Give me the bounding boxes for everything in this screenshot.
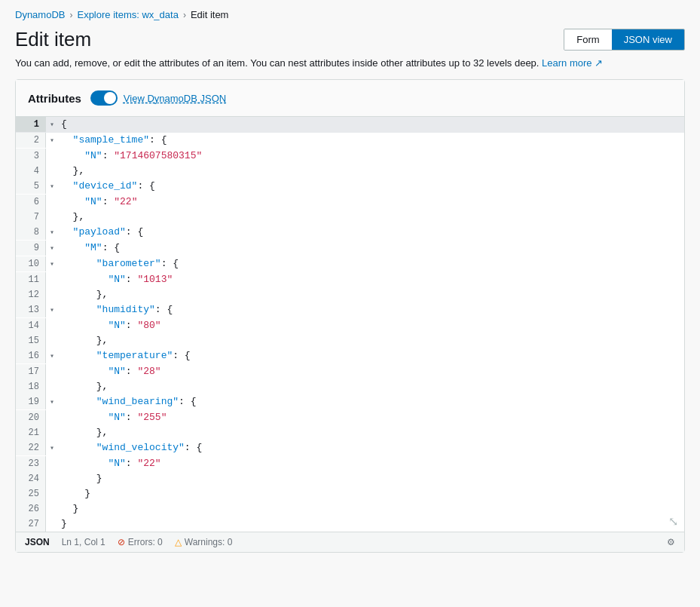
page-description: You can add, remove, or edit the attribu… [0,57,700,79]
code-line-13: 13 ▾ "humidity": { [16,302,684,318]
fold-btn-27 [46,517,58,517]
fold-btn-26 [46,501,58,502]
line-num-24: 24 [16,471,46,486]
fold-btn-9[interactable]: ▾ [46,241,58,256]
status-bar: JSON Ln 1, Col 1 ⊘ Errors: 0 △ Warnings:… [16,532,684,552]
view-toggle: Form JSON view [564,29,685,51]
page-header: Edit item Form JSON view [0,25,700,57]
fold-btn-8[interactable]: ▾ [46,225,58,241]
code-line-9: 9 ▾ "M": { [16,241,684,256]
code-editor[interactable]: 1 ▾ { 2 ▾ "sample_time": { 3 "N": "17146… [16,117,684,532]
line-content-10: "barometer": { [58,256,179,271]
line-num-8: 8 [16,225,46,240]
fold-btn-10[interactable]: ▾ [46,256,58,272]
fold-btn-13[interactable]: ▾ [46,302,58,318]
fold-btn-5[interactable]: ▾ [46,179,58,195]
breadcrumb-dynamodb[interactable]: DynamoDB [15,9,65,20]
code-line-1: 1 ▾ { [16,117,684,133]
code-line-7: 7 }, [16,210,684,225]
code-line-17: 17 "N": "28" [16,364,684,379]
line-content-9: "M": { [58,241,120,256]
line-content-27: } [58,517,67,532]
attributes-title: Attributes [28,92,81,105]
code-line-19: 19 ▾ "wind_bearing": { [16,394,684,410]
line-content-2: "sample_time": { [58,133,167,148]
fold-btn-23 [46,456,58,457]
line-num-2: 2 [16,133,46,148]
line-content-14: "N": "80" [58,318,161,333]
code-line-18: 18 }, [16,379,684,394]
line-content-7: }, [58,210,84,225]
line-num-10: 10 [16,256,46,271]
fold-btn-20 [46,410,58,411]
line-content-26: } [58,501,78,517]
line-content-16: "temperature": { [58,348,191,363]
line-num-27: 27 [16,517,46,532]
editor-mode: JSON [25,537,50,547]
warnings-text: Warnings: 0 [185,537,233,547]
code-line-24: 24 } [16,471,684,486]
line-num-6: 6 [16,195,46,210]
resize-handle[interactable]: ⤡ [668,514,678,529]
fold-btn-17 [46,364,58,365]
line-num-5: 5 [16,179,46,194]
dynamodb-json-toggle[interactable] [90,90,118,106]
fold-btn-18 [46,379,58,380]
code-line-5: 5 ▾ "device_id": { [16,179,684,195]
error-icon: ⊘ [118,537,125,547]
fold-btn-21 [46,425,58,426]
line-num-3: 3 [16,149,46,164]
fold-btn-14 [46,318,58,319]
form-view-button[interactable]: Form [564,29,611,50]
fold-btn-1[interactable]: ▾ [46,117,58,133]
line-num-15: 15 [16,333,46,348]
line-content-12: }, [58,287,108,302]
status-left: JSON Ln 1, Col 1 ⊘ Errors: 0 △ Warnings:… [25,537,232,547]
fold-btn-3 [46,149,58,149]
code-line-15: 15 }, [16,333,684,348]
line-content-17: "N": "28" [58,364,161,379]
line-content-15: }, [58,333,108,348]
line-content-3: "N": "1714607580315" [58,149,202,164]
toggle-container: View DynamoDB JSON [90,90,226,106]
line-num-17: 17 [16,364,46,379]
code-line-26: 26 } [16,501,684,517]
line-content-21: }, [58,425,108,440]
fold-btn-2[interactable]: ▾ [46,133,58,149]
fold-btn-6 [46,195,58,195]
code-line-3: 3 "N": "1714607580315" [16,149,684,164]
code-line-4: 4 }, [16,164,684,179]
line-num-22: 22 [16,440,46,455]
code-line-16: 16 ▾ "temperature": { [16,348,684,364]
code-editor-content: 1 ▾ { 2 ▾ "sample_time": { 3 "N": "17146… [16,117,684,532]
line-num-21: 21 [16,425,46,440]
fold-btn-22[interactable]: ▾ [46,440,58,456]
fold-btn-12 [46,287,58,288]
line-content-6: "N": "22" [58,195,137,210]
line-num-1: 1 [16,117,46,132]
fold-btn-16[interactable]: ▾ [46,348,58,364]
line-content-18: }, [58,379,108,394]
code-line-2: 2 ▾ "sample_time": { [16,133,684,149]
line-content-19: "wind_bearing": { [58,394,196,409]
line-num-11: 11 [16,272,46,287]
code-line-27: 27 } [16,517,684,532]
breadcrumb: DynamoDB › Explore items: wx_data › Edit… [0,0,700,25]
breadcrumb-sep-2: › [183,10,186,20]
settings-icon[interactable]: ⚙ [667,537,675,547]
line-num-13: 13 [16,302,46,317]
line-num-12: 12 [16,287,46,302]
line-num-20: 20 [16,410,46,425]
fold-btn-19[interactable]: ▾ [46,394,58,410]
page-title: Edit item [15,28,91,51]
toggle-label[interactable]: View DynamoDB JSON [124,93,226,104]
fold-btn-15 [46,333,58,334]
line-num-19: 19 [16,394,46,409]
line-content-8: "payload": { [58,225,143,240]
code-line-6: 6 "N": "22" [16,195,684,210]
fold-btn-7 [46,210,58,210]
code-line-25: 25 } [16,486,684,501]
learn-more-link[interactable]: Learn more ↗ [542,57,603,69]
breadcrumb-explore-items[interactable]: Explore items: wx_data [77,9,178,20]
json-view-button[interactable]: JSON view [612,29,684,50]
